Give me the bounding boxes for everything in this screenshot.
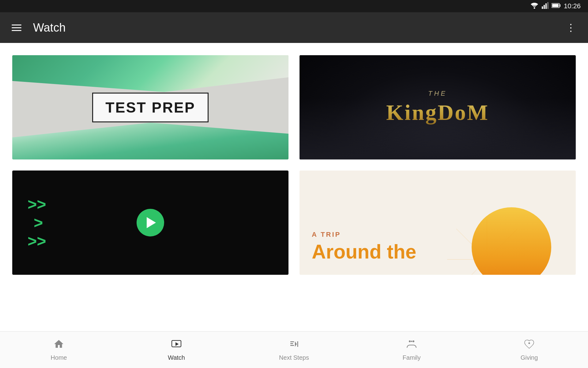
svg-rect-1: [542, 6, 543, 9]
chevron-1: >>: [28, 196, 46, 212]
app-bar: Watch ⋮: [0, 12, 588, 43]
nav-item-family[interactable]: Family: [353, 335, 470, 365]
hamburger-line: [12, 27, 21, 28]
hamburger-line: [12, 25, 21, 25]
svg-rect-6: [560, 4, 560, 7]
chevron-2: >: [34, 215, 46, 231]
hamburger-line: [12, 30, 21, 31]
trip-sun: [472, 207, 551, 275]
cards-grid: TEST PREP THE KingDoM >> > >>: [12, 55, 576, 275]
svg-rect-7: [552, 4, 559, 7]
test-prep-label-box: TEST PREP: [92, 93, 209, 122]
nav-item-giving[interactable]: Giving: [470, 335, 588, 365]
nav-label-family: Family: [403, 354, 421, 361]
card-kingdom[interactable]: THE KingDoM: [300, 55, 576, 159]
svg-marker-13: [175, 342, 179, 346]
bottom-nav: Home Watch Next Steps Family: [0, 331, 588, 368]
test-prep-text: TEST PREP: [105, 99, 195, 116]
svg-point-17: [411, 340, 413, 342]
giving-icon: [524, 339, 535, 352]
home-icon: [53, 339, 64, 352]
svg-rect-4: [547, 2, 548, 9]
next-steps-icon: [288, 339, 300, 352]
nav-item-next-steps[interactable]: Next Steps: [235, 335, 353, 365]
svg-point-16: [413, 340, 414, 342]
status-icons: 10:26: [530, 2, 581, 10]
app-title: Watch: [33, 21, 66, 34]
nav-label-home: Home: [51, 354, 67, 361]
main-content: TEST PREP THE KingDoM >> > >>: [0, 43, 588, 331]
card-play[interactable]: >> > >>: [12, 171, 288, 275]
wifi-icon: [530, 2, 539, 10]
family-icon: [406, 339, 417, 352]
status-time: 10:26: [564, 2, 581, 10]
play-button[interactable]: [137, 209, 164, 236]
nav-label-next-steps: Next Steps: [279, 354, 309, 361]
menu-button[interactable]: [9, 22, 24, 33]
signal-icon: [542, 2, 548, 10]
svg-point-0: [533, 7, 535, 9]
play-triangle-icon: [147, 217, 156, 228]
kingdom-title: KingDoM: [386, 100, 489, 125]
watch-icon: [171, 339, 182, 352]
trip-subtitle: A TRIP: [312, 231, 341, 239]
nav-label-watch: Watch: [168, 354, 185, 361]
card-test-prep[interactable]: TEST PREP: [12, 55, 288, 159]
nav-label-giving: Giving: [521, 354, 538, 361]
svg-rect-2: [544, 5, 545, 9]
svg-point-15: [409, 340, 411, 342]
more-options-button[interactable]: ⋮: [564, 20, 579, 35]
kingdom-subtitle: THE: [386, 90, 489, 98]
nav-item-home[interactable]: Home: [0, 335, 118, 365]
card-trip[interactable]: A TRIP Around the: [300, 171, 576, 275]
status-bar: 10:26: [0, 0, 588, 12]
trip-title: Around the: [312, 241, 416, 263]
kingdom-text: THE KingDoM: [386, 90, 489, 125]
battery-icon: [552, 3, 561, 10]
play-arrows: >> > >>: [28, 196, 46, 249]
nav-item-watch[interactable]: Watch: [118, 335, 235, 365]
svg-rect-3: [545, 3, 547, 9]
chevron-3: >>: [28, 233, 46, 249]
trip-sun-lines: [447, 220, 527, 275]
app-bar-left: Watch: [9, 21, 66, 34]
